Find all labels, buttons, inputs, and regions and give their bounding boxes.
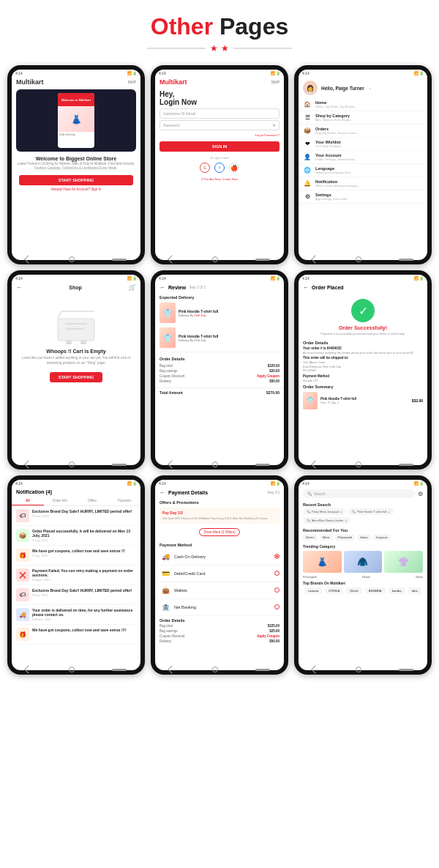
- menu-list: 🏠 Home Offers, Top Deals, Top Brands... …: [299, 98, 427, 204]
- payment-method-2[interactable]: 👜 Wallets: [155, 582, 284, 599]
- back-btn[interactable]: ←: [160, 489, 165, 496]
- menu-item-4[interactable]: 👤 Your Account Profile, Settings, Saved …: [299, 151, 427, 164]
- home-btn[interactable]: [356, 256, 361, 262]
- user-row[interactable]: 👩 Hello, Paige Turner ›: [299, 77, 427, 98]
- rec-4[interactable]: Jeans: [357, 534, 371, 541]
- tag-1[interactable]: 🔍Party Wear Jumpsuit×: [303, 508, 346, 515]
- back-btn[interactable]: [25, 255, 33, 263]
- google-btn[interactable]: G: [200, 163, 210, 173]
- s2-skip[interactable]: SKIP: [271, 80, 279, 84]
- tab-payment[interactable]: Payment: [108, 497, 140, 505]
- tab-offers[interactable]: Offers: [76, 497, 108, 505]
- home-btn[interactable]: [356, 667, 361, 672]
- back-btn[interactable]: [168, 460, 176, 468]
- password-input[interactable]: Password 👁: [160, 120, 279, 130]
- menu-item-1[interactable]: ☰ Shop by Category Men, Women, Kids, Boy…: [299, 111, 427, 125]
- back-btn[interactable]: [312, 255, 320, 263]
- username-input[interactable]: Username Or Email: [160, 108, 279, 119]
- back-btn[interactable]: [312, 665, 320, 673]
- signin-btn[interactable]: SIGN IN: [160, 141, 279, 152]
- notification-6[interactable]: 🎁 We have got coupons, collect now and s…: [12, 625, 140, 645]
- recents-btn[interactable]: [255, 464, 270, 466]
- back-btn[interactable]: [25, 665, 33, 673]
- menu-item-0[interactable]: 🏠 Home Offers, Top Deals, Top Brands...: [299, 98, 427, 111]
- pay-radio-0[interactable]: [274, 554, 279, 559]
- success-title: Order Successfully!: [299, 325, 427, 330]
- cart-icon[interactable]: 🛒: [129, 284, 136, 291]
- rec-2[interactable]: Skirts: [320, 534, 333, 541]
- recents-btn[interactable]: [112, 669, 127, 671]
- brand-5[interactable]: kantbc: [389, 587, 405, 594]
- payment-method-3[interactable]: 🏦 Net Banking: [155, 599, 284, 616]
- search-bar[interactable]: 🔍 Search: [303, 489, 415, 498]
- trend-card-2[interactable]: 🧥: [344, 551, 383, 573]
- s4-header: ← Shop 🛒: [12, 282, 140, 293]
- s1-subtitle: Latest Trends in Clothing for Women, Men…: [12, 162, 140, 171]
- brand-3[interactable]: Oircle: [346, 587, 361, 594]
- forgot-password[interactable]: Forgot Password ?: [155, 132, 284, 138]
- facebook-btn[interactable]: f: [214, 163, 225, 173]
- back-btn[interactable]: ←: [160, 284, 165, 291]
- brand-2[interactable]: UTOSiA: [325, 587, 343, 594]
- home-btn[interactable]: [69, 667, 75, 672]
- back-btn[interactable]: [25, 460, 33, 468]
- trend-card-3[interactable]: 👚: [384, 551, 423, 573]
- notification-0[interactable]: 🏷 Exclusive Brand Day Sale!! HURRY, LIMI…: [12, 506, 140, 526]
- menu-text-2: Orders Ongoing Orders, Recent Orders...: [315, 127, 359, 135]
- tab-order-info[interactable]: Order Info: [44, 497, 76, 505]
- rec-1[interactable]: Denim: [303, 534, 318, 541]
- rec-5[interactable]: Jumpsuit: [373, 534, 391, 541]
- filter-icon[interactable]: ⚙: [418, 491, 423, 497]
- brand-4[interactable]: ASSARIA: [365, 587, 386, 594]
- menu-item-3[interactable]: ❤ Your Wishlist Your Save Products: [299, 138, 427, 151]
- notification-2[interactable]: 🎁 We have got coupons, collect now and s…: [12, 546, 140, 565]
- pay-radio-2[interactable]: [274, 587, 279, 593]
- home-btn[interactable]: [69, 461, 75, 467]
- tag-3[interactable]: 🔍Meni Blue Denim Jacket×: [303, 517, 350, 524]
- back-btn[interactable]: [312, 460, 320, 468]
- menu-item-6[interactable]: 🔔 Notification Offers, Order tracking me…: [299, 177, 427, 190]
- recents-btn[interactable]: [255, 259, 270, 261]
- recents-btn[interactable]: [255, 669, 270, 671]
- notification-1[interactable]: 📦 Order Placed successfully. It will be …: [12, 526, 140, 546]
- recents-btn[interactable]: [399, 259, 413, 261]
- start-shopping-btn[interactable]: START SHOPPING: [19, 175, 133, 185]
- more-offers-btn[interactable]: Show More (2 Offers): [199, 528, 241, 536]
- order-details-list: Bag total $225.00 Bag savings $25.00 Cou…: [155, 624, 284, 643]
- s1-skip-btn[interactable]: SKIP: [128, 80, 136, 84]
- recents-btn[interactable]: [399, 669, 413, 671]
- brand-1[interactable]: camara: [304, 587, 322, 594]
- trend-card-1[interactable]: 👗: [303, 551, 342, 573]
- home-btn[interactable]: [69, 256, 75, 262]
- payment-method-1[interactable]: 💳 Debit/Credit Card: [155, 565, 284, 582]
- menu-item-2[interactable]: 📦 Orders Ongoing Orders, Recent Orders..…: [299, 125, 427, 138]
- pay-radio-1[interactable]: [274, 571, 279, 576]
- home-btn[interactable]: [356, 461, 361, 467]
- tab-all[interactable]: All: [12, 497, 44, 505]
- home-btn[interactable]: [212, 256, 218, 262]
- apple-btn[interactable]: 🍎: [229, 163, 239, 173]
- back-btn[interactable]: ←: [303, 284, 309, 291]
- pay-radio-3[interactable]: [274, 604, 279, 609]
- notification-5[interactable]: 🚚 Your order is delivered on time, for a…: [12, 605, 140, 625]
- home-btn[interactable]: [212, 667, 218, 672]
- recents-btn[interactable]: [112, 464, 127, 466]
- recents-btn[interactable]: [399, 464, 413, 466]
- back-btn[interactable]: [168, 255, 176, 263]
- menu-item-5[interactable]: 🌐 Language Select your Language here...: [299, 164, 427, 177]
- bottom-bar-8: [151, 666, 288, 675]
- back-btn[interactable]: [168, 665, 176, 673]
- s1-title: Welcome to Biggest Online Store: [12, 154, 140, 162]
- notification-3[interactable]: ❌ Payment Failed. You can retry making a…: [12, 565, 140, 585]
- home-btn[interactable]: [212, 461, 218, 467]
- menu-item-7[interactable]: ⚙ Settings App settings, Dark mode: [299, 190, 427, 204]
- back-btn[interactable]: ←: [16, 284, 22, 291]
- delivery-date-2: Delivery By 27th July: [179, 338, 279, 342]
- notification-4[interactable]: 🏷 Exclusive Brand Day Sale!! HURRY, LIMI…: [12, 585, 140, 605]
- payment-method-0[interactable]: 🚚 Cash On Delivery: [155, 549, 284, 565]
- brand-6[interactable]: idea: [408, 587, 421, 594]
- start-shopping-btn-cart[interactable]: START SHOPPING: [50, 372, 103, 382]
- rec-3[interactable]: Flowerpink: [335, 534, 355, 541]
- tag-2[interactable]: 🔍Pink Hoodie T-shirt full×: [348, 508, 394, 515]
- recents-btn[interactable]: [112, 259, 127, 261]
